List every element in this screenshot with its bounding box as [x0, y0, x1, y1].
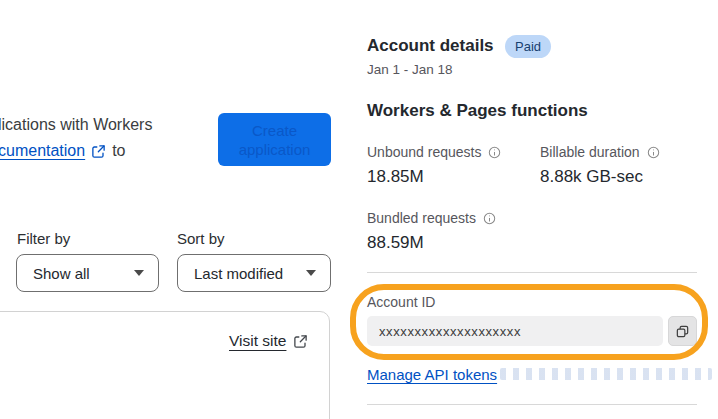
copy-icon: [675, 324, 690, 339]
metric-value-unbound-requests: 18.85M: [367, 167, 424, 187]
create-application-button[interactable]: Create application: [218, 113, 331, 166]
intro-text-line2: cumentation to: [0, 142, 126, 160]
faint-artifact-pattern: [500, 368, 712, 380]
account-id-input[interactable]: [367, 316, 663, 346]
filter-dropdown-value: Show all: [33, 265, 90, 282]
manage-api-tokens-link[interactable]: Manage API tokens: [367, 366, 497, 383]
documentation-link[interactable]: cumentation: [0, 142, 85, 160]
chevron-down-icon: [306, 270, 316, 276]
intro-text-line1: lications with Workers: [0, 116, 152, 134]
divider: [367, 272, 697, 273]
workers-pages-functions-title: Workers & Pages functions: [367, 101, 588, 121]
sort-dropdown-value: Last modified: [194, 265, 283, 282]
info-icon[interactable]: [488, 146, 501, 159]
metric-value-billable-duration: 8.88k GB-sec: [540, 167, 643, 187]
divider: [367, 404, 697, 405]
sort-dropdown[interactable]: Last modified: [177, 254, 331, 292]
application-list-card: [0, 311, 330, 419]
account-details-title: Account details: [367, 36, 494, 56]
account-id-label: Account ID: [367, 294, 435, 310]
info-icon[interactable]: [483, 212, 496, 225]
metric-value-bundled-requests: 88.59M: [367, 233, 424, 253]
plan-badge: Paid: [505, 35, 551, 58]
visit-site-row: Visit site: [229, 332, 308, 350]
metric-label-billable-duration: Billable duration: [540, 144, 660, 160]
intro-text-after-link: to: [112, 142, 125, 160]
external-link-icon: [91, 144, 106, 159]
date-range: Jan 1 - Jan 18: [367, 62, 453, 77]
copy-account-id-button[interactable]: [668, 316, 697, 346]
external-link-icon: [293, 334, 308, 349]
filter-by-label: Filter by: [17, 230, 70, 247]
info-icon[interactable]: [647, 146, 660, 159]
metric-label-unbound-requests: Unbound requests: [367, 144, 501, 160]
metric-label-bundled-requests: Bundled requests: [367, 210, 496, 226]
visit-site-link[interactable]: Visit site: [229, 332, 286, 350]
metric-label-text: Bundled requests: [367, 210, 476, 226]
chevron-down-icon: [134, 270, 144, 276]
metric-label-text: Billable duration: [540, 144, 640, 160]
sort-by-label: Sort by: [177, 230, 225, 247]
filter-dropdown[interactable]: Show all: [16, 254, 159, 292]
metric-label-text: Unbound requests: [367, 144, 481, 160]
